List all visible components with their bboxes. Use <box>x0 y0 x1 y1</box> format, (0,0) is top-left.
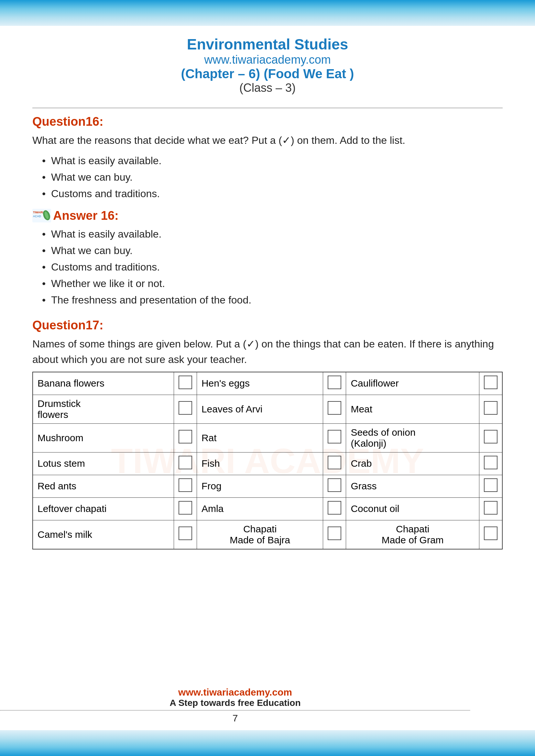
check-camels-milk[interactable] <box>179 526 192 540</box>
checkbox-coconut-oil[interactable] <box>479 498 503 520</box>
table-row: Mushroom Rat Seeds of onion(Kalonji) <box>33 423 502 452</box>
check-fish[interactable] <box>328 456 341 469</box>
check-mushroom[interactable] <box>179 430 192 444</box>
question-17-text: Names of some things are given below. Pu… <box>32 336 503 367</box>
footer-tagline: A Step towards free Education <box>0 698 470 708</box>
checkbox-leaves-arvi[interactable] <box>323 395 346 423</box>
q16-bullet-1: What is easily available. <box>42 152 503 169</box>
check-amla[interactable] <box>328 501 341 515</box>
question-16-bullets: What is easily available. What we can bu… <box>32 152 503 202</box>
footer-website: www.tiwariacademy.com <box>0 687 470 698</box>
a16-bullet-1: What is easily available. <box>42 226 503 242</box>
a16-bullet-5: The freshness and presentation of the fo… <box>42 292 503 308</box>
checkbox-mushroom[interactable] <box>174 423 197 452</box>
cell-meat: Meat <box>346 395 479 423</box>
table-row: Red ants Frog Grass <box>33 475 502 498</box>
table-row: Leftover chapati Amla Coconut oil <box>33 498 502 520</box>
checkbox-hens-eggs[interactable] <box>323 372 346 395</box>
cell-drumstick-flowers: Drumstickflowers <box>33 395 174 423</box>
check-frog[interactable] <box>328 478 341 492</box>
svg-text:TIWARI: TIWARI <box>33 211 43 214</box>
cell-leaves-arvi: Leaves of Arvi <box>197 395 323 423</box>
a16-bullet-4: Whether we like it or not. <box>42 275 503 292</box>
question-17-label: Question17: <box>32 318 503 332</box>
cell-frog: Frog <box>197 475 323 498</box>
cell-cauliflower: Cauliflower <box>346 372 479 395</box>
cell-lotus-stem: Lotus stem <box>33 452 174 475</box>
cell-coconut-oil: Coconut oil <box>346 498 479 520</box>
cell-banana-flowers: Banana flowers <box>33 372 174 395</box>
check-chapati-gram[interactable] <box>484 526 497 540</box>
header-class: (Class – 3) <box>32 81 503 95</box>
checkbox-meat[interactable] <box>479 395 503 423</box>
check-leaves-arvi[interactable] <box>328 401 341 415</box>
checkbox-rat[interactable] <box>323 423 346 452</box>
checkbox-chapati-gram[interactable] <box>479 520 503 549</box>
question-16-section: Question16: What are the reasons that de… <box>32 115 503 309</box>
cell-amla: Amla <box>197 498 323 520</box>
check-crab[interactable] <box>484 456 497 469</box>
checkbox-leftover-chapati[interactable] <box>174 498 197 520</box>
checkbox-banana-flowers[interactable] <box>174 372 197 395</box>
cell-leftover-chapati: Leftover chapati <box>33 498 174 520</box>
page-footer: www.tiwariacademy.com A Step towards fre… <box>0 682 470 727</box>
cell-fish: Fish <box>197 452 323 475</box>
check-chapati-bajra[interactable] <box>328 526 341 540</box>
check-coconut-oil[interactable] <box>484 501 497 515</box>
q16-bullet-3: Customs and traditions. <box>42 185 503 202</box>
checkbox-drumstick-flowers[interactable] <box>174 395 197 423</box>
checkbox-fish[interactable] <box>323 452 346 475</box>
svg-text:ACAD: ACAD <box>33 215 42 218</box>
answer-16-bullets: What is easily available. What we can bu… <box>32 226 503 309</box>
table-row: Banana flowers Hen's eggs Cauliflower <box>33 372 502 395</box>
check-rat[interactable] <box>328 430 341 444</box>
check-hens-eggs[interactable] <box>328 376 341 389</box>
check-grass[interactable] <box>484 478 497 492</box>
checkbox-crab[interactable] <box>479 452 503 475</box>
cell-hens-eggs: Hen's eggs <box>197 372 323 395</box>
checkbox-seeds-onion[interactable] <box>479 423 503 452</box>
page-number: 7 <box>0 713 470 724</box>
check-seeds-onion[interactable] <box>484 430 497 444</box>
cell-red-ants: Red ants <box>33 475 174 498</box>
page-title: Environmental Studies <box>32 36 503 53</box>
a16-bullet-3: Customs and traditions. <box>42 259 503 275</box>
question-17-section: Question17: Names of some things are giv… <box>32 318 503 550</box>
cell-mushroom: Mushroom <box>33 423 174 452</box>
checkbox-chapati-bajra[interactable] <box>323 520 346 549</box>
checkbox-grass[interactable] <box>479 475 503 498</box>
table-row: Drumstickflowers Leaves of Arvi Meat <box>33 395 502 423</box>
table-row: Lotus stem Fish Crab <box>33 452 502 475</box>
checkbox-red-ants[interactable] <box>174 475 197 498</box>
check-leftover-chapati[interactable] <box>179 501 192 515</box>
check-cauliflower[interactable] <box>484 376 497 389</box>
question-16-text: What are the reasons that decide what we… <box>32 132 503 148</box>
answer-16-label: Answer 16: <box>53 209 119 223</box>
header-website: www.tiwariacademy.com <box>32 53 503 67</box>
q16-bullet-2: What we can buy. <box>42 169 503 185</box>
top-bar <box>0 0 535 26</box>
check-banana-flowers[interactable] <box>179 376 192 389</box>
cell-camels-milk: Camel's milk <box>33 520 174 549</box>
cell-rat: Rat <box>197 423 323 452</box>
footer-divider <box>0 710 470 711</box>
checkbox-camels-milk[interactable] <box>174 520 197 549</box>
table-row: Camel's milk ChapatiMade of Bajra Chapat… <box>33 520 502 549</box>
check-drumstick-flowers[interactable] <box>179 401 192 415</box>
checkbox-cauliflower[interactable] <box>479 372 503 395</box>
cell-seeds-onion: Seeds of onion(Kalonji) <box>346 423 479 452</box>
page-header: Environmental Studies www.tiwariacademy.… <box>32 32 503 101</box>
check-red-ants[interactable] <box>179 478 192 492</box>
cell-grass: Grass <box>346 475 479 498</box>
check-lotus-stem[interactable] <box>179 456 192 469</box>
food-items-table: Banana flowers Hen's eggs Cauliflower <box>32 372 503 550</box>
checkbox-frog[interactable] <box>323 475 346 498</box>
table-wrapper: TIWARI ACADEMY Banana flowers Hen's eggs <box>32 372 503 550</box>
question-16-label: Question16: <box>32 115 503 129</box>
checkbox-amla[interactable] <box>323 498 346 520</box>
checkbox-lotus-stem[interactable] <box>174 452 197 475</box>
header-chapter: (Chapter – 6) (Food We Eat ) <box>32 67 503 81</box>
answer-16-header: TIWARI ACAD Answer 16: <box>32 209 503 223</box>
check-meat[interactable] <box>484 401 497 415</box>
a16-bullet-2: What we can buy. <box>42 242 503 259</box>
